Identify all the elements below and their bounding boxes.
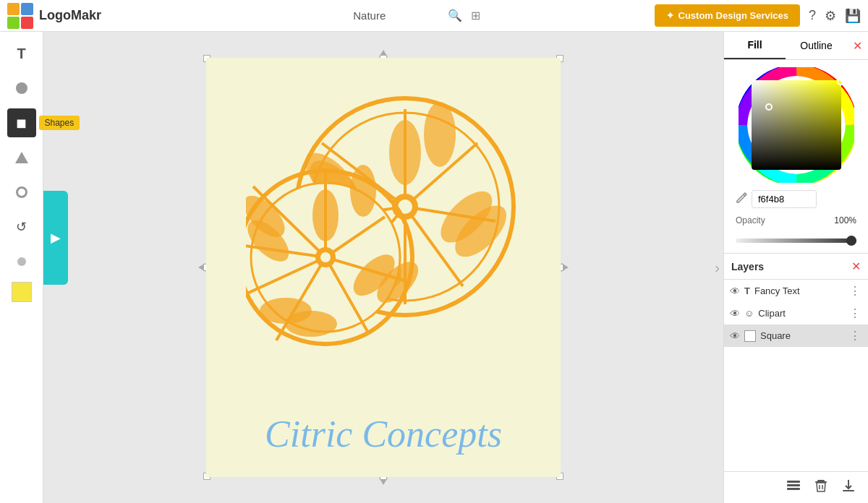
- opacity-value: 100%: [834, 215, 856, 225]
- svg-rect-49: [817, 480, 825, 481]
- svg-rect-54: [843, 490, 854, 491]
- svg-rect-0: [7, 3, 20, 15]
- layer-name-square: Square: [760, 330, 843, 341]
- layer-menu-square[interactable]: ⋮: [848, 329, 862, 343]
- opacity-slider-container: [731, 233, 861, 246]
- small-circle-icon: [17, 257, 26, 266]
- triangle-button[interactable]: [7, 143, 36, 172]
- outline-tab[interactable]: Outline: [786, 32, 847, 59]
- triangle-icon: [15, 152, 28, 163]
- handle-right-triangle[interactable]: [561, 263, 569, 272]
- color-gradient-box[interactable]: [752, 80, 841, 170]
- small-circle-button[interactable]: [7, 247, 36, 276]
- shapes-icon: ◼: [16, 115, 27, 131]
- settings-button[interactable]: ⚙: [825, 8, 836, 24]
- layer-menu-fancy-text[interactable]: ⋮: [848, 284, 862, 298]
- right-panel: Fill Outline ✕: [723, 32, 868, 503]
- play-icon[interactable]: ▶: [51, 230, 61, 246]
- svg-point-40: [285, 311, 337, 337]
- circle-shape-button[interactable]: [7, 74, 36, 103]
- canvas-container: Citric Concepts: [206, 58, 561, 477]
- layer-visibility-fancy-text[interactable]: 👁: [730, 285, 740, 297]
- download-button[interactable]: [841, 478, 856, 497]
- fill-outline-tabs: Fill Outline ✕: [724, 32, 868, 60]
- search-input[interactable]: [297, 9, 442, 22]
- hex-input[interactable]: [752, 190, 817, 208]
- color-picker-area: Opacity 100%: [724, 60, 868, 253]
- save-button[interactable]: 💾: [845, 8, 861, 24]
- citric-concepts-text: Citric Concepts: [265, 413, 502, 455]
- logo-text: LogoMakr: [39, 8, 101, 23]
- svg-line-45: [744, 194, 745, 196]
- eyedropper-button[interactable]: [736, 192, 747, 207]
- layer-name-fancy-text: Fancy Text: [754, 285, 843, 296]
- handle-left-triangle[interactable]: [198, 263, 205, 272]
- layers-icon-button[interactable]: [786, 478, 801, 497]
- custom-design-icon: ✦: [666, 10, 674, 21]
- circle-icon: [16, 82, 27, 94]
- svg-point-18: [424, 102, 456, 167]
- citrus-svg: [246, 91, 521, 380]
- layer-type-icon-clipart: ☺: [744, 308, 754, 319]
- right-panel-bottom-bar: [724, 471, 868, 503]
- opacity-slider[interactable]: [736, 238, 856, 243]
- grid-icon-button[interactable]: ⊞: [471, 9, 480, 22]
- main-layout: T ◼ Shapes ↺ ▶ ‹ ›: [0, 32, 868, 503]
- text-tool-icon: T: [17, 46, 25, 62]
- layer-menu-clipart[interactable]: ⋮: [848, 306, 862, 320]
- logomakr-logo-icon: [7, 3, 33, 29]
- canvas-nav-right[interactable]: ›: [715, 259, 720, 276]
- svg-point-43: [320, 252, 331, 262]
- search-area: 🔍 ⊞: [123, 9, 655, 22]
- layer-visibility-clipart[interactable]: 👁: [730, 308, 740, 319]
- gradient-cursor[interactable]: [765, 103, 773, 111]
- custom-design-label: Custom Design Services: [678, 10, 788, 21]
- ring-button[interactable]: [7, 178, 36, 207]
- svg-point-38: [350, 165, 376, 217]
- layers-header: Layers ✕: [724, 254, 868, 280]
- delete-button[interactable]: [813, 478, 829, 497]
- delete-icon: [813, 478, 829, 494]
- svg-rect-47: [787, 484, 800, 486]
- logo-area: LogoMakr: [7, 3, 123, 29]
- layer-color-box-square: [744, 330, 756, 342]
- layer-name-clipart: Clipart: [758, 308, 843, 319]
- shapes-button[interactable]: ◼ Shapes: [7, 108, 36, 137]
- close-layers-button[interactable]: ✕: [851, 259, 861, 273]
- layer-item-fancy-text[interactable]: 👁 T Fancy Text ⋮: [724, 280, 868, 302]
- svg-rect-46: [787, 481, 800, 483]
- wheel-cursor[interactable]: [837, 78, 844, 85]
- eyedropper-icon: [736, 192, 747, 204]
- svg-point-34: [312, 189, 339, 241]
- side-expand-panel[interactable]: ▶: [43, 191, 68, 285]
- custom-design-button[interactable]: ✦ Custom Design Services: [655, 4, 800, 27]
- svg-rect-48: [787, 488, 800, 490]
- opacity-row: Opacity 100%: [731, 215, 861, 225]
- left-toolbar: T ◼ Shapes ↺: [0, 32, 43, 503]
- close-fill-panel-button[interactable]: ✕: [847, 32, 868, 59]
- search-icon-button[interactable]: 🔍: [448, 9, 462, 22]
- logo-text-area: Citric Concepts: [265, 413, 502, 477]
- text-tool-button[interactable]: T: [7, 39, 36, 68]
- fill-tab[interactable]: Fill: [724, 32, 786, 59]
- opacity-label: Opacity: [736, 215, 830, 225]
- logo-canvas[interactable]: Citric Concepts: [206, 58, 561, 477]
- color-swatch[interactable]: [12, 282, 32, 302]
- help-button[interactable]: ?: [809, 8, 816, 23]
- layers-title: Layers: [731, 261, 851, 272]
- svg-rect-1: [21, 3, 33, 15]
- history-button[interactable]: ↺: [7, 212, 36, 241]
- canvas-area[interactable]: ▶ ‹ ›: [43, 32, 723, 503]
- citrus-artwork: [206, 58, 561, 413]
- layer-item-clipart[interactable]: 👁 ☺ Clipart ⋮: [724, 302, 868, 324]
- download-icon: [841, 478, 856, 494]
- svg-rect-2: [7, 17, 20, 29]
- handle-top-triangle[interactable]: [379, 50, 388, 57]
- layer-type-icon-text: T: [744, 285, 750, 296]
- svg-point-14: [389, 120, 421, 185]
- layer-item-square[interactable]: 👁 Square ⋮: [724, 324, 868, 347]
- layers-panel: Layers ✕ 👁 T Fancy Text ⋮ 👁 ☺ Clipart ⋮ …: [724, 253, 868, 471]
- color-wheel-container[interactable]: [739, 67, 854, 183]
- layer-visibility-square[interactable]: 👁: [730, 330, 740, 342]
- handle-bottom-triangle[interactable]: [379, 478, 388, 485]
